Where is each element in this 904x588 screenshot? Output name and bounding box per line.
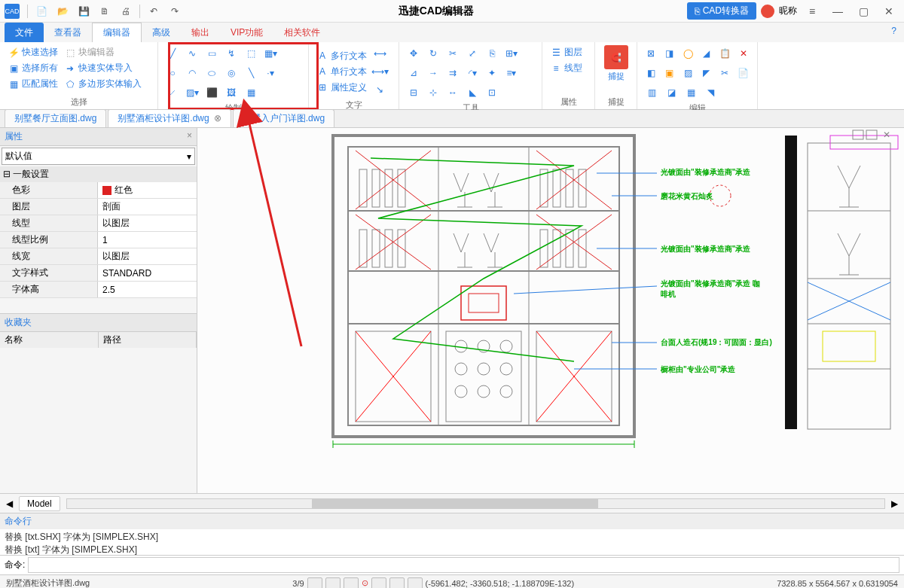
filetab-3[interactable]: 别墅入户门详图.dwg bbox=[233, 109, 334, 127]
maximize-button[interactable]: ▢ bbox=[853, 2, 874, 20]
scale-icon[interactable]: ⤢ bbox=[464, 45, 481, 62]
offset-icon[interactable]: ⇉ bbox=[444, 65, 461, 81]
sb3[interactable] bbox=[344, 577, 359, 589]
poly-solid-button[interactable]: ⬠多边形实体输入 bbox=[63, 77, 143, 91]
tab-file[interactable]: 文件 bbox=[5, 23, 44, 42]
save-icon[interactable]: 💾 bbox=[75, 3, 92, 20]
leader-icon[interactable]: ↘ bbox=[371, 81, 388, 98]
pattern-icon[interactable]: ▨▾ bbox=[184, 84, 200, 101]
default-dropdown[interactable]: 默认值▾ bbox=[2, 148, 195, 165]
sb5[interactable] bbox=[389, 577, 405, 589]
command-input[interactable] bbox=[28, 557, 899, 573]
rotate-icon[interactable]: ↻ bbox=[425, 45, 441, 62]
rect-icon[interactable]: ▭ bbox=[203, 45, 220, 62]
extend-icon[interactable]: → bbox=[425, 65, 441, 81]
copy-icon[interactable]: ⎘ bbox=[484, 45, 500, 62]
e8-icon[interactable]: ▣ bbox=[662, 65, 678, 81]
panel-close-icon[interactable]: × bbox=[187, 130, 192, 143]
explode-icon[interactable]: ✦ bbox=[484, 65, 500, 81]
table-icon[interactable]: ▦ bbox=[243, 84, 259, 101]
close-tab-icon[interactable]: ⊗ bbox=[214, 113, 221, 123]
tab-advanced[interactable]: 高级 bbox=[142, 23, 181, 42]
mirror-icon[interactable]: ⊿ bbox=[405, 65, 422, 81]
linetype-button[interactable]: ≡线型 bbox=[548, 61, 588, 75]
fillet-icon[interactable]: ◜▾ bbox=[464, 65, 481, 81]
e11-icon[interactable]: ✂ bbox=[717, 65, 733, 81]
break-icon[interactable]: ⊟ bbox=[405, 84, 422, 101]
tab-related[interactable]: 相关软件 bbox=[273, 23, 331, 42]
e16-icon[interactable]: ◥ bbox=[702, 84, 719, 101]
minimize-button[interactable]: — bbox=[827, 2, 848, 20]
e12-icon[interactable]: 📄 bbox=[736, 65, 752, 81]
e9-icon[interactable]: ▨ bbox=[680, 65, 696, 81]
curve-icon[interactable]: ⟋ bbox=[164, 84, 181, 101]
e14-icon[interactable]: ◪ bbox=[663, 84, 680, 101]
open-icon[interactable]: 📂 bbox=[54, 3, 71, 20]
e3-icon[interactable]: ◯ bbox=[680, 45, 696, 62]
stext-button[interactable]: A单行文本 bbox=[315, 65, 368, 79]
point-icon[interactable]: ∙▾ bbox=[262, 65, 279, 81]
model-tab[interactable]: Model bbox=[19, 496, 60, 511]
magnet-icon[interactable]: ⊙ bbox=[362, 578, 368, 588]
block-edit-button[interactable]: ⬚块编辑器 bbox=[63, 45, 143, 59]
snap-button[interactable]: 🧲 捕捉 bbox=[601, 45, 631, 82]
e15-icon[interactable]: ▦ bbox=[683, 84, 699, 101]
stretch-icon[interactable]: ↔ bbox=[444, 84, 461, 101]
prop-group[interactable]: ⊟ 一般设置 bbox=[0, 166, 197, 182]
solid-import-button[interactable]: ➜快速实体导入 bbox=[63, 61, 143, 75]
sb2[interactable] bbox=[325, 577, 341, 589]
dim-icon[interactable]: ⟷ bbox=[371, 45, 388, 62]
close-button[interactable]: ✕ bbox=[878, 2, 899, 20]
xline-icon[interactable]: ╲ bbox=[243, 65, 259, 81]
region-icon[interactable]: ⬛ bbox=[203, 84, 220, 101]
e13-icon[interactable]: ▥ bbox=[643, 84, 660, 101]
e7-icon[interactable]: ◧ bbox=[643, 65, 659, 81]
e4-icon[interactable]: ◢ bbox=[699, 45, 715, 62]
quick-select-button[interactable]: ⚡快速选择 bbox=[6, 45, 60, 59]
sb4[interactable] bbox=[371, 577, 386, 589]
tab-editor[interactable]: 编辑器 bbox=[92, 23, 142, 42]
image-icon[interactable]: 🖼 bbox=[223, 84, 240, 101]
filetab-2[interactable]: 别墅酒柜设计详图.dwg⊗ bbox=[108, 109, 231, 127]
tab-viewer[interactable]: 查看器 bbox=[44, 23, 92, 42]
help-icon[interactable]: ? bbox=[891, 26, 896, 36]
layer-button[interactable]: ☰图层 bbox=[548, 45, 588, 59]
insert-icon[interactable]: ⬚ bbox=[243, 45, 259, 62]
e2-icon[interactable]: ◨ bbox=[662, 45, 678, 62]
drawing-canvas[interactable]: ✕ 光镀面由"装修承造商"承造 磨花米黄石灿炙 光镀面由"装修承造商"承造 光镀… bbox=[197, 128, 904, 493]
circle-icon[interactable]: ○ bbox=[164, 65, 181, 81]
trim-icon[interactable]: ✂ bbox=[444, 45, 461, 62]
print-icon[interactable]: 🖨 bbox=[118, 3, 134, 20]
modelspace-nav-left[interactable]: ◀ bbox=[6, 498, 13, 509]
polyline-icon[interactable]: ↯ bbox=[223, 45, 240, 62]
filetab-1[interactable]: 别墅餐厅立面图.dwg bbox=[5, 109, 106, 127]
mtext-button[interactable]: A多行文本 bbox=[315, 49, 368, 63]
hatch-icon[interactable]: ▦▾ bbox=[262, 45, 279, 62]
new-icon[interactable]: 📄 bbox=[33, 3, 50, 20]
modelspace-nav-right[interactable]: ▶ bbox=[891, 498, 898, 509]
chamfer-icon[interactable]: ◣ bbox=[464, 84, 481, 101]
e10-icon[interactable]: ◤ bbox=[699, 65, 715, 81]
array-icon[interactable]: ⊞▾ bbox=[503, 45, 520, 62]
attdef-button[interactable]: ⊞属性定义 bbox=[315, 81, 368, 95]
select-all-button[interactable]: ▣选择所有 bbox=[6, 61, 60, 75]
menu-icon[interactable]: ≡ bbox=[802, 2, 823, 20]
e6-icon[interactable]: ✕ bbox=[736, 45, 752, 62]
hscroll[interactable] bbox=[66, 498, 885, 509]
arc-icon[interactable]: ◠ bbox=[184, 65, 200, 81]
e5-icon[interactable]: 📋 bbox=[717, 45, 733, 62]
undo-icon[interactable]: ↶ bbox=[145, 3, 162, 20]
saveall-icon[interactable]: 🗎 bbox=[96, 3, 113, 20]
tab-vip[interactable]: VIP功能 bbox=[220, 23, 273, 42]
ellipse-icon[interactable]: ⬭ bbox=[203, 65, 220, 81]
redo-icon[interactable]: ↷ bbox=[166, 3, 183, 20]
spline-icon[interactable]: ∿ bbox=[184, 45, 200, 62]
nickname-label[interactable]: 昵称 bbox=[779, 5, 797, 17]
join-icon[interactable]: ⊹ bbox=[425, 84, 441, 101]
sb1[interactable] bbox=[307, 577, 322, 589]
group-icon[interactable]: ⊡ bbox=[484, 84, 500, 101]
line-icon[interactable]: ╱ bbox=[164, 45, 181, 62]
match-prop-button[interactable]: ▦匹配属性 bbox=[6, 77, 60, 91]
align-icon[interactable]: ≡▾ bbox=[503, 65, 520, 81]
sb6[interactable] bbox=[408, 577, 423, 589]
